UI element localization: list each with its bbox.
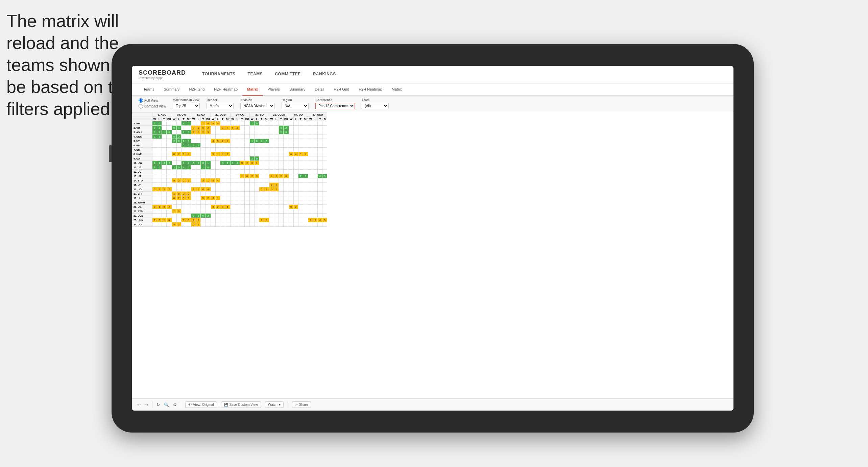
watch-button[interactable]: Watch ▾ (265, 401, 284, 408)
full-view-radio-input[interactable] (139, 98, 143, 103)
eye-icon: 👁 (188, 403, 192, 407)
matrix-cell (211, 148, 216, 152)
subnav-teams[interactable]: Teams (139, 83, 159, 96)
conference-select[interactable]: Pac-12 Conference (315, 103, 355, 109)
matrix-cell (269, 161, 274, 165)
col-dif-uo: Dif (244, 117, 250, 121)
nav-rankings[interactable]: RANKINGS (307, 66, 342, 83)
col-l-uu: L (293, 117, 298, 121)
matrix-cell: 4 (157, 187, 162, 192)
table-row: 14. TTU52013104 (132, 178, 327, 183)
matrix-cell (255, 218, 259, 222)
subnav-summary2[interactable]: Summary (285, 83, 310, 96)
matrix-cell: 5 (259, 187, 264, 192)
matrix-cell (162, 139, 167, 143)
full-view-radio[interactable]: Full View (139, 98, 166, 103)
matrix-cell (303, 126, 308, 130)
matrix-cell (259, 121, 264, 126)
matrix-cell (313, 139, 318, 143)
matrix-cell (176, 174, 181, 178)
matrix-cell: 0 (191, 126, 196, 130)
gender-select[interactable]: Men's (207, 103, 234, 109)
table-row: 12. UV (132, 170, 327, 174)
view-original-button[interactable]: 👁 View: Original (185, 401, 217, 408)
share-button[interactable]: ↗ Share (292, 401, 311, 408)
matrix-cell: 4 (318, 174, 322, 178)
save-custom-button[interactable]: 💾 Save Custom View (221, 401, 261, 408)
matrix-cell (206, 218, 211, 222)
subnav-detail[interactable]: Detail (310, 83, 329, 96)
matrix-cell (206, 209, 211, 214)
matrix-cell (250, 214, 255, 218)
matrix-cell (206, 148, 211, 152)
matrix-cell (157, 183, 162, 187)
region-select[interactable]: N/A (282, 103, 309, 109)
matrix-cell: 1 (216, 152, 220, 156)
subnav-matrix1[interactable]: Matrix (242, 83, 263, 96)
matrix-cell (250, 187, 255, 192)
subnav-h2hgrid1[interactable]: H2H Grid (184, 83, 209, 96)
matrix-cell (250, 222, 255, 227)
matrix-cell (308, 209, 313, 214)
matrix-cell (269, 218, 274, 222)
nav-tournaments[interactable]: TOURNAMENTS (196, 66, 242, 83)
table-row: 9. UA20 (132, 156, 327, 161)
matrix-cell (196, 196, 201, 200)
matrix-cell (313, 143, 318, 148)
row-header-9--UA: 9. UA (132, 156, 152, 161)
matrix-cell: 3 (220, 205, 225, 209)
nav-committee[interactable]: COMMITTEE (269, 66, 307, 83)
matrix-cell (318, 161, 322, 165)
matrix-cell (152, 214, 157, 218)
matrix-cell: 0 (181, 178, 186, 183)
matrix-content[interactable]: 3. ASU 10. UW 11. UA 22. UCB 24. UO 27. … (132, 112, 733, 398)
matrix-cell (167, 165, 172, 170)
subnav-players[interactable]: Players (263, 83, 285, 96)
compact-view-radio[interactable]: Compact View (139, 104, 166, 108)
matrix-cell (313, 121, 318, 126)
team-select[interactable]: (All) (362, 103, 389, 109)
undo-icon[interactable]: ↩ (137, 402, 141, 407)
division-select[interactable]: NCAA Division I (240, 103, 275, 109)
matrix-cell (240, 183, 244, 187)
matrix-cell (322, 209, 327, 214)
matrix-cell (293, 156, 298, 161)
matrix-cell (284, 178, 289, 183)
matrix-cell (152, 178, 157, 183)
matrix-cell: 5 (274, 174, 279, 178)
settings-icon[interactable]: ⚙ (173, 402, 177, 407)
matrix-cell: 0 (176, 139, 181, 143)
matrix-cell: 2 (279, 130, 284, 134)
compact-view-radio-input[interactable] (139, 104, 143, 108)
subnav-h2hheatmap2[interactable]: H2H Heatmap (354, 83, 387, 96)
matrix-cell: 2 (176, 178, 181, 183)
matrix-cell (152, 148, 157, 152)
matrix-cell (201, 174, 206, 178)
subnav-matrix2[interactable]: Matrix (387, 83, 407, 96)
matrix-cell (259, 178, 264, 183)
nav-teams[interactable]: TEAMS (242, 66, 269, 83)
matrix-cell (211, 214, 216, 218)
matrix-cell (298, 218, 303, 222)
max-teams-select[interactable]: Top 25 (173, 103, 200, 109)
subnav-h2hgrid2[interactable]: H2H Grid (329, 83, 354, 96)
col-dif-ucb: Dif (225, 117, 231, 121)
subnav-h2hheatmap1[interactable]: H2H Heatmap (209, 83, 242, 96)
matrix-cell (172, 205, 176, 209)
matrix-cell: 1 (162, 218, 167, 222)
matrix-cell (211, 183, 216, 187)
matrix-cell (157, 200, 162, 205)
matrix-cell (313, 214, 318, 218)
matrix-cell (318, 121, 322, 126)
matrix-cell (225, 165, 231, 170)
matrix-cell (269, 200, 274, 205)
refresh-icon[interactable]: ↻ (156, 402, 160, 407)
zoom-in-icon[interactable]: 🔍 (164, 402, 169, 407)
subnav-summary1[interactable]: Summary (159, 83, 184, 96)
matrix-cell: 2 (152, 218, 157, 222)
tablet-screen: SCOREBOARD Powered by clippd TOURNAMENTS… (132, 66, 733, 411)
redo-icon[interactable]: ↪ (145, 402, 148, 407)
matrix-cell (303, 178, 308, 183)
matrix-cell: 4 (318, 218, 322, 222)
matrix-cell (269, 209, 274, 214)
